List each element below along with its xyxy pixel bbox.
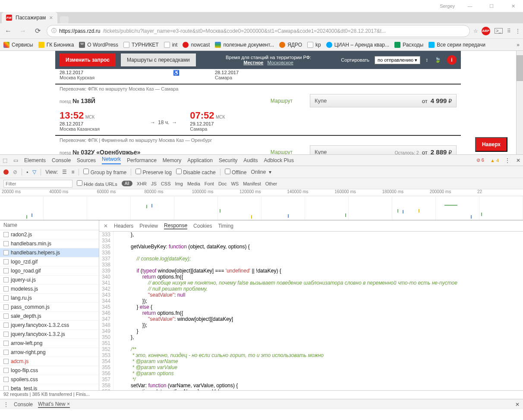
drawer-console[interactable]: Console (14, 401, 33, 407)
devtools-close-icon[interactable]: ✕ (516, 157, 520, 163)
request-item[interactable]: pass_common.js (0, 303, 99, 312)
browser-tab[interactable]: РЖ Пассажирам × (2, 12, 57, 23)
tab-close-icon[interactable]: × (49, 14, 53, 21)
filter-media[interactable]: Media (187, 181, 200, 186)
tab-audits[interactable]: Audits (243, 157, 258, 163)
new-tab-button[interactable] (60, 16, 69, 23)
request-item[interactable]: beta_test.js (0, 384, 99, 390)
tab-application[interactable]: Application (187, 157, 213, 163)
menu-icon[interactable]: ⋮ (515, 28, 520, 34)
filter-doc[interactable]: Doc (218, 181, 227, 186)
time-local-link[interactable]: Местное (243, 60, 263, 65)
fare-quote[interactable]: Купе Осталось: 2 от 2 889 ₽ (310, 145, 457, 154)
waterfall[interactable] (0, 196, 523, 220)
response-code[interactable]: 3333343353363373383393403413423433443453… (99, 232, 523, 390)
transfers-button[interactable]: Маршруты с пересадками (121, 53, 196, 66)
sort-dir-icon[interactable]: ↕ (425, 57, 428, 63)
request-item[interactable]: arrow-right.png (0, 348, 99, 357)
detail-tab-cookies[interactable]: Cookies (193, 223, 212, 229)
filter-img[interactable]: Img (175, 181, 183, 186)
bookmark-item[interactable]: Все серии передачи (428, 42, 485, 48)
devtools-toggle-icon[interactable]: >_ (495, 28, 503, 34)
tab-elements[interactable]: Elements (24, 157, 46, 163)
tab-memory[interactable]: Memory (163, 157, 181, 163)
extensions-icon[interactable]: ⠿ (507, 28, 511, 34)
warn-count[interactable]: ▲ 4 (490, 158, 499, 163)
url-bar[interactable]: ⓘ https://pass.rzd.ru /tickets/public/ru… (47, 25, 470, 37)
back-button[interactable]: ← (3, 25, 14, 37)
change-request-button[interactable]: Изменить запрос (60, 53, 116, 66)
fare-quote[interactable]: Купе от 4 999 ₽ (310, 94, 457, 107)
hide-urls-checkbox[interactable]: Hide data URLs (77, 180, 117, 187)
request-item[interactable]: handlebars.helpers.js (0, 248, 99, 257)
tab-sources[interactable]: Sources (77, 157, 96, 163)
tab-network[interactable]: Network (102, 156, 121, 164)
filter-input[interactable] (3, 180, 72, 188)
detail-tab-headers[interactable]: Headers (114, 223, 133, 229)
maximize-button[interactable]: ☐ (485, 2, 498, 10)
detail-close-icon[interactable]: ✕ (104, 223, 108, 229)
request-item[interactable]: jquery.fancybox-1.3.2.css (0, 321, 99, 330)
tab-performance[interactable]: Performance (127, 157, 157, 163)
page-scrollbar[interactable] (516, 51, 523, 154)
bookmark-item[interactable]: nowcast (183, 42, 210, 48)
bookmark-item[interactable]: ТУРНИКЕТ (123, 42, 159, 48)
time-moscow-link[interactable]: Московское (267, 60, 293, 65)
devtools-menu-icon[interactable]: ⋮ (505, 157, 510, 163)
bookmark-item[interactable]: int (164, 42, 178, 48)
detail-tab-timing[interactable]: Timing (218, 223, 233, 229)
request-item[interactable]: jquery.fancybox-1.3.2.js (0, 330, 99, 339)
filter-other[interactable]: Other (265, 181, 277, 186)
device-icon[interactable]: ▭ (13, 157, 18, 163)
info-icon[interactable]: i (447, 55, 457, 65)
forward-button[interactable]: → (17, 25, 28, 37)
eco-icon[interactable]: 🍃 (433, 56, 442, 64)
request-item[interactable]: spoilers.css (0, 375, 99, 384)
bookmark-item[interactable]: полезные документ... (215, 42, 274, 48)
detail-tab-preview[interactable]: Preview (139, 223, 158, 229)
disable-cache-checkbox[interactable]: Disable cache (176, 169, 216, 176)
reload-button[interactable]: ⟳ (32, 25, 43, 37)
request-item[interactable]: logo_rzd.gif (0, 257, 99, 266)
drawer-whatsnew[interactable]: What's New × (38, 401, 70, 408)
filter-js[interactable]: JS (151, 181, 157, 186)
filter-css[interactable]: CSS (161, 181, 171, 186)
filter-ws[interactable]: WS (231, 181, 239, 186)
bookmark-item[interactable]: kp (307, 42, 321, 48)
camera-icon[interactable]: ▪ (26, 169, 28, 175)
bookmark-item[interactable]: WО WordPress (79, 42, 118, 48)
bookmark-item[interactable]: ЦИАН – Аренда квар... (326, 42, 389, 48)
throttle-select[interactable]: Online ▾ (251, 169, 271, 175)
request-item[interactable]: logo_road.gif (0, 266, 99, 276)
request-item[interactable]: lang.ru.js (0, 294, 99, 303)
request-item[interactable]: logo-flip.css (0, 366, 99, 375)
bookmark-apps[interactable]: Сервисы (3, 42, 33, 48)
bookmarks-overflow-icon[interactable]: » (517, 42, 520, 48)
filter-icon[interactable]: ▽ (32, 169, 36, 175)
view-large-icon[interactable]: ☰ (62, 169, 67, 175)
request-item[interactable]: adcm.js (0, 357, 99, 366)
bookmark-item[interactable]: ГК Бионика (38, 42, 74, 48)
clear-button[interactable]: ⊘ (13, 169, 17, 175)
request-item[interactable]: jquery-ui.js (0, 276, 99, 285)
minimize-button[interactable]: — (463, 2, 476, 10)
bookmark-item[interactable]: ЯДРО (279, 42, 302, 48)
view-small-icon[interactable]: ≡ (71, 169, 74, 175)
tab-console[interactable]: Console (52, 157, 71, 163)
request-item[interactable]: arrow-left.png (0, 339, 99, 348)
filter-all[interactable]: All (122, 181, 132, 186)
route-link[interactable]: Маршрут (271, 98, 293, 104)
bookmark-item[interactable]: Расходы (394, 42, 423, 48)
request-item[interactable]: sale_depth.js (0, 312, 99, 321)
request-list[interactable]: Name radon2.jshandlebars.min.jshandlebar… (0, 220, 99, 390)
sort-select[interactable]: по отправлению ▾ (375, 56, 420, 64)
offline-checkbox[interactable]: Offline (225, 169, 247, 176)
error-count[interactable]: ⊘ 6 (476, 157, 484, 163)
filter-manifest[interactable]: Manifest (243, 181, 261, 186)
record-button[interactable] (3, 169, 9, 175)
scroll-top-button[interactable]: Наверх (475, 137, 507, 152)
drawer-menu-icon[interactable]: ⋮ (3, 401, 9, 407)
star-icon[interactable]: ☆ (473, 28, 478, 34)
group-checkbox[interactable]: Group by frame (83, 169, 126, 176)
inspect-icon[interactable]: ⬚ (3, 157, 7, 163)
